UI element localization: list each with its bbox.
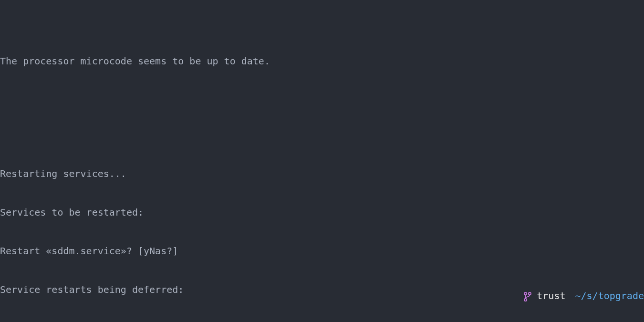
output-line: The processor microcode seems to be up t… [0, 55, 644, 68]
svg-point-2 [524, 298, 527, 301]
svg-point-1 [529, 292, 531, 294]
blank-line [0, 129, 644, 142]
git-branch-icon [489, 277, 532, 315]
output-line: Restart «sddm.service»? [yNas?] [0, 245, 644, 258]
terminal[interactable]: The processor microcode seems to be up t… [0, 0, 644, 322]
status-path: ~/s/topgrade [575, 290, 644, 302]
output-line: Restarting services... [0, 167, 644, 180]
output-line: Services to be restarted: [0, 206, 644, 219]
status-bar: trust ~/s/topgrade [489, 277, 644, 315]
status-host: trust [537, 290, 565, 302]
svg-point-0 [524, 292, 527, 294]
